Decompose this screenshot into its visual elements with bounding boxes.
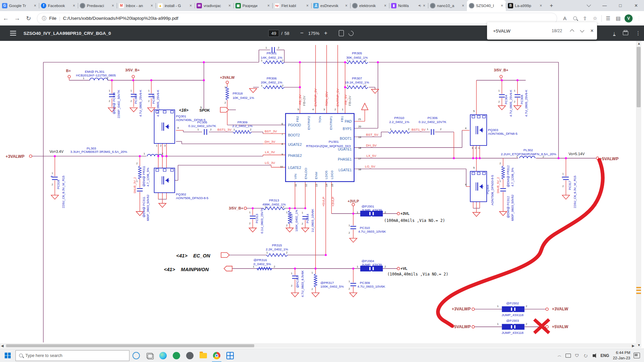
- tab-5[interactable]: ▲install - G×: [156, 0, 195, 11]
- language-indicator[interactable]: ENG: [599, 349, 611, 362]
- tab-close-icon[interactable]: ×: [150, 3, 154, 8]
- find-previous-icon[interactable]: [567, 29, 577, 33]
- tray-chevron-icon[interactable]: ︿: [555, 349, 564, 362]
- bookmark-star-icon[interactable]: ☆: [590, 13, 600, 23]
- tab-close-icon[interactable]: ×: [461, 3, 465, 8]
- tab-2[interactable]: fFacebook×: [39, 0, 78, 11]
- tab-close-icon[interactable]: ×: [422, 3, 426, 8]
- tab-close-icon[interactable]: ×: [500, 3, 504, 8]
- tab-close-icon[interactable]: ×: [383, 3, 387, 8]
- tab-14[interactable]: BLa-a999p×: [506, 0, 545, 11]
- browser-menu-icon[interactable]: ⋮: [634, 13, 644, 23]
- task-view-button[interactable]: [143, 349, 156, 362]
- download-icon[interactable]: ↓: [613, 31, 616, 36]
- schematic-label: PQ303: [488, 128, 498, 132]
- tab-8[interactable]: kpFlet kabl×: [272, 0, 311, 11]
- taskbar-search-input[interactable]: Type here to search: [15, 350, 129, 361]
- find-close-icon[interactable]: ×: [587, 28, 597, 34]
- scroll-up-icon[interactable]: ▲: [637, 42, 641, 45]
- tab-search-icon[interactable]: [581, 0, 597, 11]
- tab-4[interactable]: MInbox - an×: [117, 0, 156, 11]
- forward-icon[interactable]: →: [11, 13, 23, 24]
- schematic-label: 4.7_1206_5%: [511, 168, 514, 187]
- taskbar-app-gimp[interactable]: [183, 349, 197, 362]
- find-next-icon[interactable]: [577, 29, 587, 33]
- translate-icon[interactable]: A: [560, 13, 570, 23]
- schematic-label: 1: [266, 46, 267, 49]
- tab-12[interactable]: nano10_a×: [428, 0, 467, 11]
- close-button[interactable]: ×: [628, 0, 644, 11]
- tab-11[interactable]: ▮NoWa◄)×: [389, 0, 428, 11]
- minimize-button[interactable]: —: [597, 0, 612, 11]
- tab-1[interactable]: GGoogle Tr×: [0, 0, 39, 11]
- maximize-button[interactable]: □: [612, 0, 628, 11]
- horizontal-scroll-thumb[interactable]: [6, 344, 254, 347]
- scroll-right-icon[interactable]: ▶: [632, 344, 635, 348]
- schematic-label: LGATE2: [288, 166, 301, 170]
- cortana-button[interactable]: [129, 349, 143, 362]
- taskbar-app-green[interactable]: [170, 349, 183, 362]
- tab-close-icon[interactable]: ×: [111, 3, 115, 8]
- tray-update-icon[interactable]: ⭮: [581, 349, 590, 362]
- tab-close-icon[interactable]: ×: [344, 3, 348, 8]
- schematic-label: 2: [282, 84, 284, 87]
- tab-close-icon[interactable]: ×: [228, 3, 231, 8]
- share-icon[interactable]: ⇧: [580, 13, 590, 23]
- url-field[interactable]: ⓘ File | C:/Users/xxbb/Downloads/HP%20la…: [37, 13, 557, 24]
- schematic-label: 4.7U_0805_25V6-K: [156, 90, 160, 117]
- zoom-in-button[interactable]: +: [324, 30, 327, 37]
- schematic-label: 2.2K_0402_1%: [266, 247, 288, 251]
- schematic-label: 1: [144, 152, 145, 155]
- schematic-label: 1: [197, 128, 199, 131]
- page-number-input[interactable]: 49: [268, 30, 279, 37]
- fit-page-icon[interactable]: [339, 30, 344, 36]
- new-tab-button[interactable]: +: [547, 1, 556, 10]
- back-icon[interactable]: ←: [0, 13, 11, 24]
- zoom-icon[interactable]: [570, 13, 580, 23]
- tray-security-icon[interactable]: 🛡: [573, 349, 581, 362]
- tab-close-icon[interactable]: ×: [189, 3, 193, 8]
- tab-9[interactable]: ДesDnevnik×: [311, 0, 350, 11]
- clock[interactable]: 6:44 PM 22-Jan-23: [613, 350, 630, 361]
- zoom-level[interactable]: 175%: [308, 31, 319, 36]
- tab-13[interactable]: SZSO40_I×: [467, 0, 506, 11]
- pdf-menu-icon[interactable]: [10, 33, 16, 34]
- junction-dot: [139, 155, 141, 157]
- taskbar-app-file-explorer[interactable]: [197, 349, 210, 362]
- tab-close-icon[interactable]: ×: [72, 3, 76, 8]
- tab-close-icon[interactable]: ×: [33, 3, 37, 8]
- page-info-icon[interactable]: ⓘ: [42, 15, 47, 21]
- find-input[interactable]: +5VALW: [493, 28, 552, 34]
- reload-icon[interactable]: ↻: [23, 13, 34, 24]
- schematic-label: 2: [148, 100, 150, 103]
- tab-10[interactable]: elektronik×: [350, 0, 389, 11]
- schematic-label: 16: [358, 168, 361, 171]
- tab-close-icon[interactable]: ×: [306, 3, 309, 8]
- tab-close-icon[interactable]: ×: [267, 3, 270, 8]
- start-button[interactable]: [5, 353, 11, 359]
- taskbar-app-edge[interactable]: [156, 349, 170, 362]
- tab-3[interactable]: Predavaci×: [78, 0, 117, 11]
- tray-volume-icon[interactable]: [590, 349, 599, 362]
- print-icon[interactable]: [623, 31, 628, 35]
- tray-monitor-icon[interactable]: [564, 349, 573, 362]
- scroll-left-icon[interactable]: ◀: [1, 344, 4, 348]
- tune-icon[interactable]: ☰: [603, 13, 613, 23]
- side-panel-icon[interactable]: ▤: [613, 13, 623, 23]
- ground-symbol: [51, 195, 58, 199]
- taskbar-app-calculator[interactable]: [223, 349, 237, 362]
- zoom-out-button[interactable]: −: [300, 30, 304, 37]
- tab-close-icon[interactable]: ×: [539, 3, 543, 8]
- scroll-down-icon[interactable]: ▼: [637, 343, 641, 347]
- tab-audio-icon[interactable]: ◄): [418, 4, 421, 7]
- tab-6[interactable]: ✉vradivojac×: [195, 0, 233, 11]
- vertical-scroll-thumb[interactable]: [637, 47, 641, 107]
- taskbar-app-chrome[interactable]: [210, 349, 223, 362]
- profile-avatar[interactable]: V: [625, 14, 633, 22]
- tab-favicon: M: [119, 3, 124, 8]
- rotate-icon[interactable]: [347, 29, 355, 37]
- pdf-more-icon[interactable]: ⋮: [636, 30, 641, 36]
- tab-7[interactable]: ▣Разреди×: [233, 0, 272, 11]
- schematic-label: 680P_0603_50V8J: [511, 195, 514, 221]
- action-center-icon[interactable]: [634, 353, 640, 358]
